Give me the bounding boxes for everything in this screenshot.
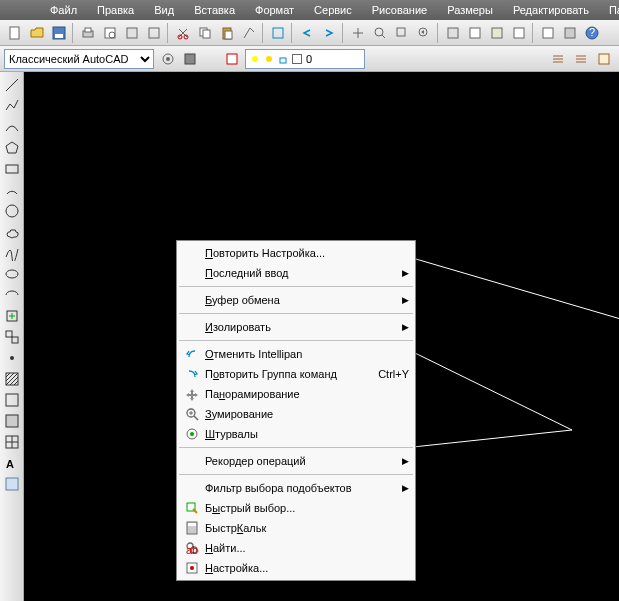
circle-icon[interactable] bbox=[3, 202, 21, 220]
workspace-gear-icon[interactable] bbox=[158, 49, 178, 69]
table-icon[interactable] bbox=[3, 433, 21, 451]
region-icon[interactable] bbox=[3, 412, 21, 430]
sun-icon bbox=[264, 54, 274, 64]
ctx-item[interactable]: Изолировать▶ bbox=[177, 317, 415, 337]
print-icon[interactable] bbox=[78, 23, 98, 43]
workspace-toolbar: Классический AutoCAD 0 bbox=[0, 46, 619, 72]
menu-view[interactable]: Вид bbox=[144, 1, 184, 19]
hatch-icon[interactable] bbox=[3, 370, 21, 388]
insert-block-icon[interactable] bbox=[3, 307, 21, 325]
svg-rect-34 bbox=[280, 58, 286, 63]
arc-icon[interactable] bbox=[3, 118, 21, 136]
ctx-label: Настройка... bbox=[205, 562, 409, 574]
polyline-icon[interactable] bbox=[3, 97, 21, 115]
paste-icon[interactable] bbox=[217, 23, 237, 43]
calc-icon[interactable] bbox=[560, 23, 580, 43]
ellipse-arc-icon[interactable] bbox=[3, 286, 21, 304]
copy-icon[interactable] bbox=[195, 23, 215, 43]
tool-palette-icon[interactable] bbox=[487, 23, 507, 43]
menu-modify[interactable]: Редактировать bbox=[503, 1, 599, 19]
menu-draw[interactable]: Рисование bbox=[362, 1, 437, 19]
ctx-item[interactable]: Повторить Группа командCtrl+Y bbox=[177, 364, 415, 384]
zoom-icon bbox=[183, 406, 201, 422]
ctx-item[interactable]: Рекордер операций▶ bbox=[177, 451, 415, 471]
markup-icon[interactable] bbox=[538, 23, 558, 43]
undo-icon[interactable] bbox=[297, 23, 317, 43]
svg-point-61 bbox=[190, 432, 194, 436]
new-icon[interactable] bbox=[5, 23, 25, 43]
layer-prev-icon[interactable] bbox=[594, 49, 614, 69]
ctx-item[interactable]: Повторить Настройка... bbox=[177, 243, 415, 263]
ctx-item[interactable]: Зумирование bbox=[177, 404, 415, 424]
ctx-item[interactable]: Панорамирование bbox=[177, 384, 415, 404]
menu-parametric[interactable]: Па bbox=[599, 1, 619, 19]
redo-icon[interactable] bbox=[319, 23, 339, 43]
menu-edit[interactable]: Правка bbox=[87, 1, 144, 19]
menubar: Файл Правка Вид Вставка Формат Сервис Ри… bbox=[0, 0, 619, 20]
spline-icon[interactable] bbox=[3, 244, 21, 262]
line-icon[interactable] bbox=[3, 76, 21, 94]
workspace-select[interactable]: Классический AutoCAD bbox=[4, 49, 154, 69]
workspace-save-icon[interactable] bbox=[180, 49, 200, 69]
menu-file[interactable]: Файл bbox=[40, 1, 87, 19]
settings-icon bbox=[183, 560, 201, 576]
standard-toolbar: ? bbox=[0, 20, 619, 46]
zoom-window-icon[interactable] bbox=[392, 23, 412, 43]
design-center-icon[interactable] bbox=[465, 23, 485, 43]
svg-point-43 bbox=[10, 356, 14, 360]
ctx-item[interactable]: БыстрКальк bbox=[177, 518, 415, 538]
revision-cloud-icon[interactable] bbox=[3, 223, 21, 241]
svg-rect-21 bbox=[470, 28, 480, 38]
cut-icon[interactable] bbox=[173, 23, 193, 43]
polygon-icon[interactable] bbox=[3, 139, 21, 157]
menu-insert[interactable]: Вставка bbox=[184, 1, 245, 19]
zoom-prev-icon[interactable] bbox=[414, 23, 434, 43]
block-icon[interactable] bbox=[268, 23, 288, 43]
plot-icon[interactable] bbox=[144, 23, 164, 43]
wheel-icon bbox=[183, 426, 201, 442]
ctx-item[interactable]: abcНайти... bbox=[177, 538, 415, 558]
gradient-icon[interactable] bbox=[3, 391, 21, 409]
menu-format[interactable]: Формат bbox=[245, 1, 304, 19]
arc3-icon[interactable] bbox=[3, 181, 21, 199]
ctx-label: Повторить Настройка... bbox=[205, 247, 409, 259]
help-icon[interactable]: ? bbox=[582, 23, 602, 43]
zoom-realtime-icon[interactable] bbox=[370, 23, 390, 43]
pan-icon[interactable] bbox=[348, 23, 368, 43]
pan-icon bbox=[183, 386, 201, 402]
ctx-item[interactable]: Буфер обмена▶ bbox=[177, 290, 415, 310]
layer-props-icon[interactable] bbox=[222, 49, 242, 69]
layer-filter-icon[interactable] bbox=[571, 49, 591, 69]
publish-icon[interactable] bbox=[122, 23, 142, 43]
svg-line-36 bbox=[6, 79, 18, 91]
menu-tools[interactable]: Сервис bbox=[304, 1, 362, 19]
ctx-item[interactable]: Фильтр выбора подобъектов▶ bbox=[177, 478, 415, 498]
ctx-shortcut: Ctrl+Y bbox=[378, 368, 409, 380]
add-icon[interactable] bbox=[3, 475, 21, 493]
ctx-item[interactable]: Последний ввод▶ bbox=[177, 263, 415, 283]
ctx-label: Быстрый выбор... bbox=[205, 502, 409, 514]
properties-icon[interactable] bbox=[443, 23, 463, 43]
svg-rect-25 bbox=[565, 28, 575, 38]
layer-combo[interactable]: 0 bbox=[245, 49, 365, 69]
submenu-arrow-icon: ▶ bbox=[402, 268, 409, 278]
preview-icon[interactable] bbox=[100, 23, 120, 43]
make-block-icon[interactable] bbox=[3, 328, 21, 346]
ellipse-icon[interactable] bbox=[3, 265, 21, 283]
open-icon[interactable] bbox=[27, 23, 47, 43]
ctx-label: Буфер обмена bbox=[205, 294, 402, 306]
layer-state-icon[interactable] bbox=[548, 49, 568, 69]
ctx-item[interactable]: Настройка... bbox=[177, 558, 415, 578]
ctx-item[interactable]: Отменить Intellipan bbox=[177, 344, 415, 364]
save-icon[interactable] bbox=[49, 23, 69, 43]
point-icon[interactable] bbox=[3, 349, 21, 367]
menu-dimension[interactable]: Размеры bbox=[437, 1, 503, 19]
ctx-item[interactable]: Быстрый выбор... bbox=[177, 498, 415, 518]
ctx-item[interactable]: Штурвалы bbox=[177, 424, 415, 444]
drawing-canvas[interactable]: Повторить Настройка...Последний ввод▶Буф… bbox=[24, 72, 619, 601]
rectangle-icon[interactable] bbox=[3, 160, 21, 178]
match-icon[interactable] bbox=[239, 23, 259, 43]
mtext-icon[interactable]: A bbox=[3, 454, 21, 472]
sheet-icon[interactable] bbox=[509, 23, 529, 43]
color-swatch bbox=[292, 54, 302, 64]
